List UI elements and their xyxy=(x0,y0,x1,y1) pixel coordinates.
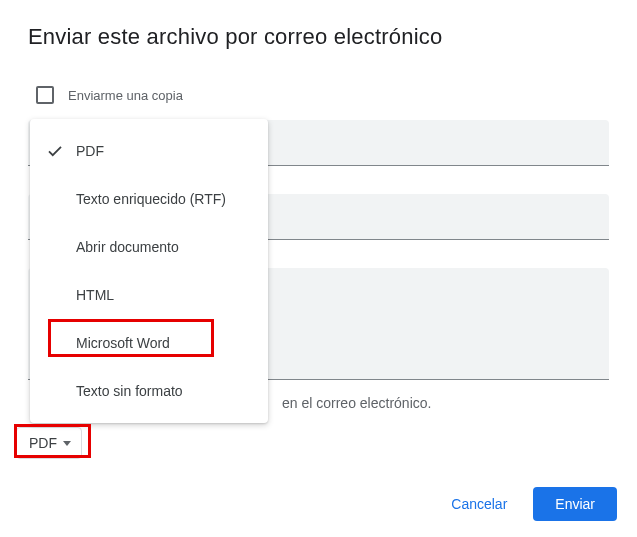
menu-item-html[interactable]: HTML xyxy=(30,271,268,319)
menu-item-label: Texto sin formato xyxy=(76,383,252,399)
check-icon xyxy=(46,142,76,160)
menu-item-label: Texto enriquecido (RTF) xyxy=(76,191,252,207)
menu-item-label: HTML xyxy=(76,287,252,303)
menu-item-label: PDF xyxy=(76,143,252,159)
dialog-title: Enviar este archivo por correo electróni… xyxy=(28,24,609,50)
menu-item-label: Abrir documento xyxy=(76,239,252,255)
menu-item-msword[interactable]: Microsoft Word xyxy=(30,319,268,367)
send-copy-row[interactable]: Enviarme una copia xyxy=(36,86,609,104)
attach-hint: en el correo electrónico. xyxy=(282,395,431,411)
format-dropdown-label: PDF xyxy=(29,435,57,451)
menu-item-pdf[interactable]: PDF xyxy=(30,127,268,175)
format-dropdown-menu: PDF Texto enriquecido (RTF) Abrir docume… xyxy=(30,119,268,423)
send-button[interactable]: Enviar xyxy=(533,487,617,521)
menu-item-open-doc[interactable]: Abrir documento xyxy=(30,223,268,271)
menu-item-rtf[interactable]: Texto enriquecido (RTF) xyxy=(30,175,268,223)
menu-item-label: Microsoft Word xyxy=(76,335,252,351)
menu-item-plain-text[interactable]: Texto sin formato xyxy=(30,367,268,415)
email-file-dialog: Enviar este archivo por correo electróni… xyxy=(0,0,637,537)
chevron-down-icon xyxy=(63,441,71,446)
dialog-footer: Cancelar Enviar xyxy=(433,487,617,521)
send-copy-checkbox[interactable] xyxy=(36,86,54,104)
cancel-button[interactable]: Cancelar xyxy=(433,487,525,521)
send-copy-label: Enviarme una copia xyxy=(68,88,183,103)
format-dropdown-button[interactable]: PDF xyxy=(16,427,82,459)
